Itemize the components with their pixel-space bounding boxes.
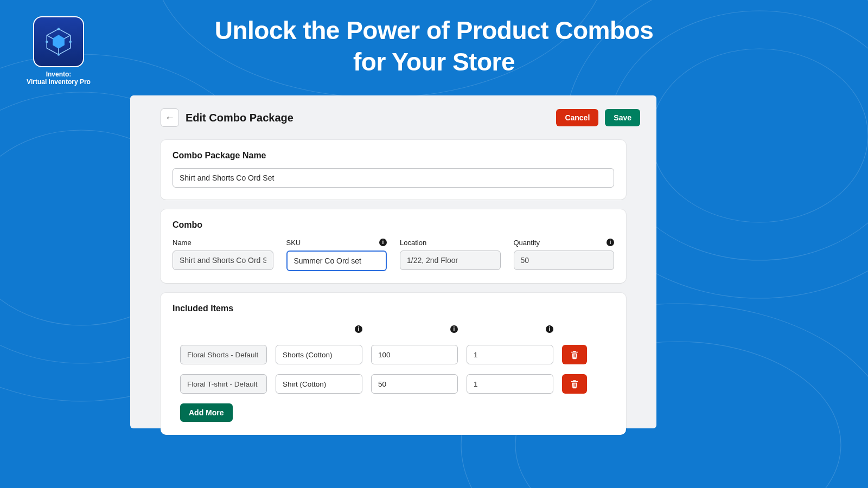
- page-title: Edit Combo Package: [186, 112, 293, 124]
- info-icon[interactable]: i: [379, 239, 387, 246]
- item-sku-input[interactable]: [276, 345, 362, 364]
- arrow-left-icon: ←: [165, 112, 175, 124]
- item-name-input: [180, 345, 267, 364]
- info-icon[interactable]: i: [355, 325, 362, 333]
- combo-quantity-input: [514, 251, 615, 270]
- item-stock-input[interactable]: [371, 345, 458, 364]
- info-icon[interactable]: i: [450, 325, 458, 333]
- hero-line2: for Your Store: [0, 47, 868, 78]
- info-icon[interactable]: i: [546, 325, 553, 333]
- add-more-button[interactable]: Add More: [180, 403, 233, 422]
- package-name-input[interactable]: [173, 168, 614, 188]
- combo-location-input: [400, 251, 501, 270]
- combo-name-input: [173, 251, 273, 270]
- item-qty-input[interactable]: [467, 374, 553, 394]
- item-name-input: [180, 374, 267, 394]
- delete-item-button[interactable]: [562, 374, 587, 394]
- panel-header: ← Edit Combo Package Cancel Save: [130, 95, 656, 134]
- combo-sku-label: SKU: [286, 239, 301, 247]
- included-items-card: Included Items i i i: [161, 293, 626, 435]
- included-items-heading: Included Items: [173, 304, 614, 313]
- back-button[interactable]: ←: [161, 108, 179, 127]
- trash-icon: [570, 350, 579, 359]
- item-sku-input[interactable]: [276, 374, 362, 394]
- combo-name-label: Name: [173, 239, 192, 247]
- combo-sku-input[interactable]: [286, 251, 387, 271]
- package-name-heading: Combo Package Name: [173, 151, 614, 160]
- cancel-button[interactable]: Cancel: [556, 109, 598, 126]
- package-name-card: Combo Package Name: [161, 140, 626, 200]
- app-panel: ← Edit Combo Package Cancel Save Combo P…: [130, 95, 656, 428]
- combo-heading: Combo: [173, 220, 614, 230]
- trash-icon: [570, 379, 579, 389]
- combo-card: Combo Name SKU i Location: [161, 209, 626, 283]
- item-stock-input[interactable]: [371, 374, 458, 394]
- item-qty-input[interactable]: [467, 345, 553, 364]
- info-icon[interactable]: i: [607, 239, 614, 246]
- hero-title: Unlock the Power of Product Combos for Y…: [0, 15, 868, 78]
- delete-item-button[interactable]: [562, 345, 587, 364]
- combo-quantity-label: Quantity: [514, 239, 540, 247]
- save-button[interactable]: Save: [605, 109, 640, 126]
- brand-name-line2: Virtual Inventory Pro: [26, 78, 91, 86]
- combo-location-label: Location: [400, 239, 426, 247]
- hero-line1: Unlock the Power of Product Combos: [0, 15, 868, 47]
